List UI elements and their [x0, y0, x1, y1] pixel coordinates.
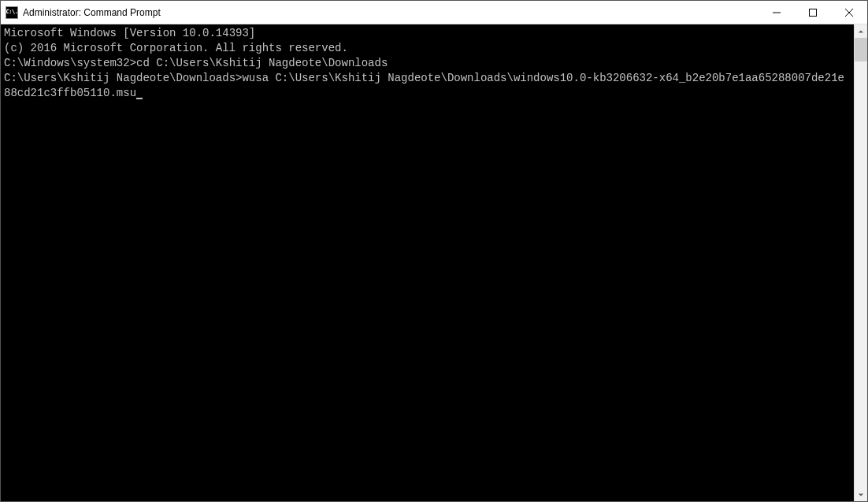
- titlebar[interactable]: C:\. Administrator: Command Prompt: [1, 1, 867, 24]
- titlebar-left: C:\. Administrator: Command Prompt: [6, 6, 161, 19]
- scroll-up-button[interactable]: [855, 24, 867, 38]
- cmd-icon-text: C:\.: [6, 9, 18, 15]
- version-line: Microsoft Windows [Version 10.0.14393]: [4, 26, 851, 41]
- close-button[interactable]: [831, 1, 867, 24]
- maximize-button[interactable]: [795, 1, 831, 24]
- minimize-icon: [773, 9, 781, 17]
- terminal-container: Microsoft Windows [Version 10.0.14393](c…: [1, 24, 867, 501]
- chevron-up-icon: [858, 28, 864, 35]
- scroll-thumb[interactable]: [855, 38, 867, 61]
- maximize-icon: [809, 9, 817, 17]
- svg-rect-1: [810, 9, 817, 16]
- close-icon: [845, 9, 853, 17]
- prompt-line-2: C:\Users\Kshitij Nagdeote\Downloads>wusa…: [4, 71, 851, 101]
- chevron-down-icon: [858, 492, 864, 498]
- minimize-button[interactable]: [759, 1, 795, 24]
- scroll-down-button[interactable]: [855, 488, 867, 501]
- scrollbar[interactable]: [854, 24, 867, 501]
- terminal-output[interactable]: Microsoft Windows [Version 10.0.14393](c…: [1, 24, 854, 501]
- scroll-track[interactable]: [855, 38, 867, 488]
- prompt-line-1: C:\Windows\system32>cd C:\Users\Kshitij …: [4, 56, 851, 71]
- prompt-1: C:\Windows\system32>: [4, 57, 136, 69]
- copyright-line: (c) 2016 Microsoft Corporation. All righ…: [4, 41, 851, 56]
- window-title: Administrator: Command Prompt: [23, 7, 161, 18]
- prompt-2: C:\Users\Kshitij Nagdeote\Downloads>: [4, 72, 242, 84]
- command-1: cd C:\Users\Kshitij Nagdeote\Downloads: [136, 57, 388, 69]
- cmd-icon: C:\.: [6, 6, 18, 19]
- cursor: [136, 98, 143, 99]
- window-controls: [759, 1, 867, 24]
